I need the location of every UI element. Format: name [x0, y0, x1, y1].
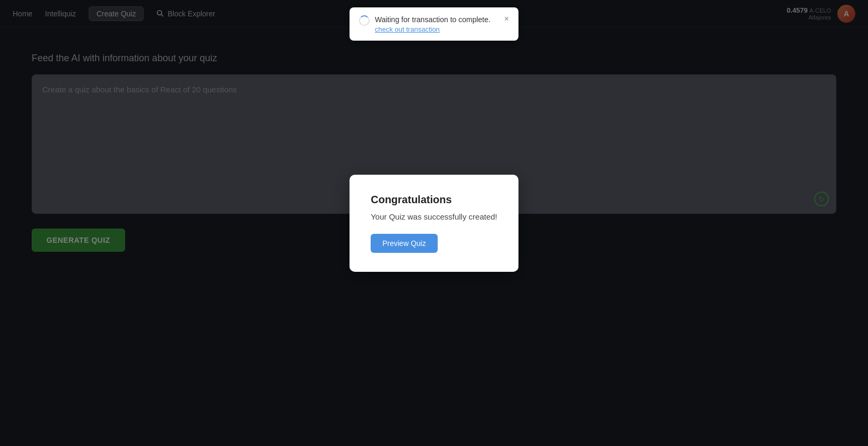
- congratulations-modal: Congratulations Your Quiz was successful…: [350, 175, 518, 272]
- spinner-icon: [359, 15, 370, 26]
- modal-message: Your Quiz was successfully created!: [371, 212, 497, 221]
- toast-message: Waiting for transaction to complete.: [375, 15, 490, 24]
- toast-content: Waiting for transaction to complete. che…: [375, 15, 499, 33]
- toast-notification: Waiting for transaction to complete. che…: [350, 7, 518, 41]
- modal-title: Congratulations: [371, 194, 497, 206]
- close-icon[interactable]: ×: [504, 15, 509, 23]
- preview-quiz-button[interactable]: Preview Quiz: [371, 234, 437, 253]
- modal-overlay: Congratulations Your Quiz was successful…: [0, 0, 868, 446]
- toast-transaction-link[interactable]: check out transaction: [375, 25, 499, 33]
